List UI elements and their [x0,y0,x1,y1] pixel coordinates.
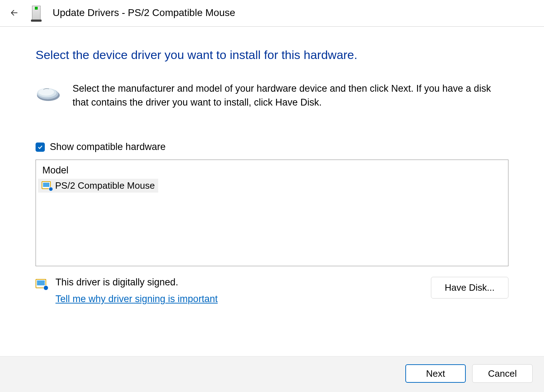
list-header: Model [36,160,508,179]
back-button[interactable] [9,7,20,18]
cancel-button[interactable]: Cancel [472,364,533,383]
signed-row: This driver is digitally signed. Tell me… [36,277,508,305]
model-list[interactable]: Model PS/2 Compatible Mouse [36,160,508,266]
checkbox-label: Show compatible hardware [50,141,166,152]
next-button[interactable]: Next [405,364,466,383]
signed-texts: This driver is digitally signed. Tell me… [55,277,218,305]
signed-driver-icon [42,181,52,190]
svg-point-3 [38,88,54,96]
arrow-left-icon [9,8,19,18]
mouse-icon [36,85,61,102]
signing-info-link[interactable]: Tell me why driver signing is important [55,294,218,305]
device-icon [32,6,41,20]
list-item[interactable]: PS/2 Compatible Mouse [38,179,158,193]
certificate-icon [36,279,48,290]
list-item-label: PS/2 Compatible Mouse [55,180,155,191]
footer: Next Cancel [0,356,544,392]
signed-left: This driver is digitally signed. Tell me… [36,277,218,305]
titlebar: Update Drivers - PS/2 Compatible Mouse [0,0,544,27]
show-compatible-checkbox[interactable] [36,143,45,152]
check-icon [37,144,43,150]
window-title: Update Drivers - PS/2 Compatible Mouse [53,7,235,18]
page-heading: Select the device driver you want to ins… [36,48,508,62]
content-area: Select the device driver you want to ins… [0,27,544,305]
have-disk-button[interactable]: Have Disk... [431,277,508,299]
instruction-text: Select the manufacturer and model of you… [73,82,508,109]
instruction-row: Select the manufacturer and model of you… [36,82,508,109]
checkbox-row: Show compatible hardware [36,141,508,152]
signed-status-text: This driver is digitally signed. [55,277,218,288]
